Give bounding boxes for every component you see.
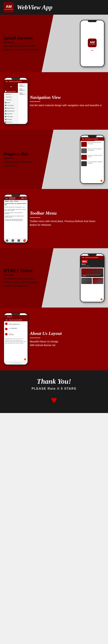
nav-item-rate[interactable]: Rate App bbox=[4, 118, 18, 121]
html5-orange-dot bbox=[100, 298, 102, 300]
tb-news-2: Woman says jawed r while giving her a me bbox=[4, 206, 28, 208]
nav-item-dropdown[interactable]: Dropdown Menu bbox=[4, 90, 18, 93]
nav-drawer-logo: AM bbox=[9, 86, 13, 88]
toolbar-underline bbox=[30, 218, 40, 218]
vid-small-item-1 bbox=[81, 278, 92, 284]
nav-item-sub1[interactable]: • Sub Item 1 bbox=[4, 93, 18, 96]
about-email-info: Email andromob@gmail.com bbox=[9, 322, 20, 325]
tb-submenu: Refresh Share Previous bbox=[4, 200, 28, 202]
toolbar-desc: Toolbar menu with Home,Back, Previous,Re… bbox=[30, 220, 103, 227]
pb-title: Progress Bar bbox=[4, 151, 78, 156]
vid-big-overlay: Unsigned singer who became sound of a re… bbox=[81, 274, 103, 277]
tb-forward-icon[interactable] bbox=[18, 239, 20, 242]
about-content: Email andromob@gmail.com +91 4539898013 bbox=[4, 321, 28, 346]
about-topbar-back[interactable]: ← bbox=[5, 316, 6, 318]
tb-news-4: Inspiring excellence and innovations in … bbox=[4, 212, 28, 215]
nav-item-agrand[interactable]: Agrand News bbox=[4, 107, 18, 110]
tb-sub-share2[interactable]: Share bbox=[10, 200, 13, 202]
nav-item-latest[interactable]: Latest News bbox=[4, 104, 18, 107]
about-phone-icon bbox=[5, 328, 8, 330]
nav-item-facebook[interactable]: Facebook bbox=[4, 112, 18, 115]
nav-item-sub3[interactable]: • Sub Item 3 bbox=[4, 98, 18, 101]
nav-topbar-logo: AM bbox=[5, 81, 8, 82]
pb-news-2: Chinese city bans the eating of out and … bbox=[80, 148, 104, 154]
nav-title: Navigation View bbox=[30, 95, 103, 100]
splash-section: Splash Sacreen Beautiful Splash Screen W… bbox=[0, 15, 108, 72]
splash-phone: AM AndroMOB bbox=[80, 20, 104, 67]
pb-news-img-3 bbox=[81, 155, 87, 160]
tb-sub-prev[interactable]: Previous bbox=[14, 200, 19, 202]
about-phone-notch bbox=[11, 313, 20, 315]
splash-text: Splash Sacreen Beautiful Splash Screen W… bbox=[4, 35, 80, 52]
vid-topbar-title: Webview By AndroMOB bbox=[85, 257, 98, 258]
html5-phone-screen: AM Webview By AndroMOB BBC NEWS Video To… bbox=[80, 256, 104, 302]
nav-phone-notch bbox=[11, 78, 20, 80]
splash-progress-circle bbox=[90, 50, 94, 54]
about-section: ← About Us AM Webview By AndroMOB Email … bbox=[0, 308, 108, 370]
tb-sub-refresh[interactable]: Refresh bbox=[5, 200, 9, 202]
about-orange-dot bbox=[24, 358, 26, 360]
bbc-news-label: NEWS bbox=[82, 264, 103, 265]
nav-content-item: News headline 1 bbox=[19, 84, 27, 87]
nav-item-about[interactable]: About Us bbox=[4, 121, 18, 124]
pb-news-text-2: Chinese city bans the eating of out and … bbox=[87, 148, 103, 151]
bbc-logo: BBC bbox=[82, 260, 88, 263]
about-phone-row: +91 4539898013 bbox=[5, 328, 26, 332]
pb-news-3: Oil prices on the brink of a price-war t… bbox=[80, 154, 104, 160]
tb-btn-share[interactable]: ≡ bbox=[25, 198, 26, 199]
about-address-row: Addrees AndroMob bbox=[5, 333, 26, 337]
about-address-value: AndroMob bbox=[9, 334, 14, 336]
vid-content: Unsigned singer who became sound of a re… bbox=[80, 268, 104, 285]
about-email-icon bbox=[5, 322, 8, 325]
pb-topbar-logo: AM bbox=[82, 138, 84, 140]
about-topbar-title: About Us bbox=[7, 316, 12, 318]
toolbar-section: AM Webview By AndroMOB Back ≡ Refresh Sh… bbox=[0, 189, 108, 248]
pb-phone-container: AM Webview By AndroMOB Palestine cuts po… bbox=[80, 135, 104, 184]
pb-news-text-1: Palestine cuts poisoned over 67/0 of Pal… bbox=[87, 142, 103, 145]
tb-back-icon[interactable] bbox=[12, 239, 14, 242]
nav-desc: Get the latest material design with navi… bbox=[30, 104, 103, 107]
about-email-value: andromob@gmail.com bbox=[9, 324, 20, 325]
nav-section: AM Webview by AndroMOB AM Dropdown Menu … bbox=[0, 72, 108, 130]
tb-phone-screen: AM Webview By AndroMOB Back ≡ Refresh Sh… bbox=[4, 196, 28, 243]
nav-phone-container: AM Webview by AndroMOB AM Dropdown Menu … bbox=[4, 78, 28, 124]
splash-logo: AM AndroMOB bbox=[88, 38, 97, 47]
tb-news-1: Could 19-October rep national Criticism … bbox=[4, 202, 28, 206]
vid-topbar-logo: AM bbox=[82, 257, 84, 258]
tb-orange-dot bbox=[24, 239, 26, 241]
nav-content: News headline 1 News headline 2 News hea… bbox=[18, 83, 28, 96]
splash-logo-sub: AndroMOB bbox=[89, 44, 95, 45]
pb-topbar-title: Webview By AndroMOB bbox=[85, 138, 98, 140]
about-admob-bar: This is a DEMO Add Ad bbox=[4, 361, 28, 364]
html5-section: HTML5 Videos Our Webview App Supports HT… bbox=[0, 248, 108, 308]
nav-item-home[interactable]: Home bbox=[4, 101, 18, 104]
pb-news-text-4: US sends warship to Caribbean drug drops bbox=[87, 161, 103, 164]
about-phone-info: +91 4539898013 bbox=[9, 328, 17, 329]
pb-news-img-4 bbox=[81, 161, 87, 166]
vid-big-item: Unsigned singer who became sound of a re… bbox=[81, 268, 103, 277]
tb-phone-container: AM Webview By AndroMOB Back ≡ Refresh Sh… bbox=[4, 194, 28, 243]
vid-small-items bbox=[81, 278, 103, 284]
nav-item-share[interactable]: Share App bbox=[4, 115, 18, 118]
html5-phone-notch bbox=[88, 254, 97, 256]
splash-phone-container: AM AndroMOB bbox=[80, 20, 104, 67]
vid-header: BBC NEWS Video Top Stories bbox=[80, 259, 104, 268]
tb-logo: AM bbox=[5, 198, 8, 199]
about-phone: ← About Us AM Webview By AndroMOB Email … bbox=[4, 313, 28, 365]
nav-item-entertainment[interactable]: Entertainment bbox=[4, 110, 18, 112]
thank-you-section: Thank You! PLEASE Rate it 5 STARS ♥ bbox=[0, 370, 108, 413]
pb-underline bbox=[4, 158, 14, 158]
nav-topbar: AM Webview by AndroMOB bbox=[4, 80, 28, 83]
tb-btn-back[interactable]: Back bbox=[21, 198, 24, 199]
about-address-info: Addrees AndroMob bbox=[9, 333, 14, 336]
tb-news-5: Consider these financial mistakes before… bbox=[4, 215, 28, 218]
pb-desc: Progress bar on Webview page loading bbox=[4, 160, 78, 168]
logo-box: AM AndroMOB bbox=[4, 2, 14, 12]
html5-text: HTML5 Videos Our Webview App Supports HT… bbox=[4, 268, 80, 288]
about-admob-text: This is a DEMO Add Ad bbox=[10, 362, 21, 364]
tb-phone: AM Webview By AndroMOB Back ≡ Refresh Sh… bbox=[4, 194, 28, 243]
nav-item-sub2[interactable]: • Sub Item 2 bbox=[4, 96, 18, 98]
bbc-top-stories: Video Top Stories bbox=[82, 265, 103, 267]
nav-underline bbox=[30, 102, 40, 102]
tb-home-icon[interactable] bbox=[6, 239, 8, 242]
